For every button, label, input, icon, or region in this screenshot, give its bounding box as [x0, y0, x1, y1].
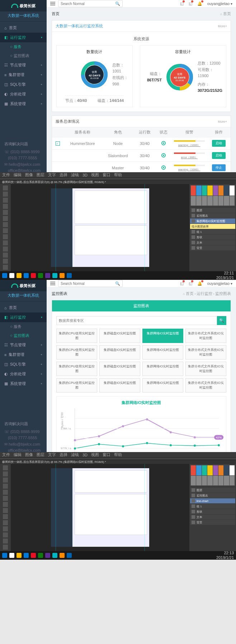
status-icon	[161, 153, 166, 158]
line-chart: Bytes / 秒钟 977K / s3.9M / s12:4501PM42%	[75, 408, 219, 459]
filter-button[interactable]: 集群的CPU使用实时监控图	[56, 345, 97, 359]
action-button[interactable]: 启动	[212, 152, 226, 159]
nav-cluster[interactable]: ≡集群管理+	[0, 70, 47, 80]
card-capacity: 容量统计 磁盘： 86T/75T 使用42 DAYS21:15:32	[140, 45, 226, 107]
filter-button[interactable]: 集群磁盘IO实时监控图	[99, 362, 140, 376]
taskbar[interactable]: 22:112019/1/21	[0, 271, 236, 280]
donut-capacity: 使用42 DAYS21:15:32	[165, 63, 194, 91]
filter-button[interactable]: 集群分布式文件系统IO实时监控图	[185, 345, 226, 359]
ps-layers[interactable]: 图层监控图表 集群网络IO实时监控图 指示图层效果 组 1形状文本背景	[189, 207, 236, 271]
ps-optionbar[interactable]	[0, 178, 236, 180]
filter-button[interactable]: 集群磁盘IO实时监控图	[99, 345, 140, 359]
contact-block: 咨询解决问题 ☏ (010) 8888-9999 (010) 7777-5555…	[0, 137, 47, 178]
filter-button[interactable]: 集群分布式文件系统IO实时监控图	[185, 378, 226, 392]
search-box[interactable]: 🔍	[58, 0, 123, 7]
card-quantity: 数量统计 使用42 DAYS21:15:32 总数：1001 在线的：998	[56, 45, 133, 107]
menu-icon[interactable]	[50, 2, 55, 5]
ps-menubar-2[interactable]: 文件编辑图像图层文字选择滤镜3D视图窗口帮助	[0, 452, 236, 457]
filter-button[interactable]: 集群网络IO实时监控图	[142, 362, 183, 376]
filter-button[interactable]: 集群网络IO实时监控图	[142, 345, 183, 359]
filter-button[interactable]: 集群的CPU使用实时监控图	[56, 362, 97, 376]
nav2-home[interactable]: ⌂首页	[0, 303, 47, 312]
services-header: 服务总体情况	[56, 119, 79, 124]
filter-button[interactable]: 集群网络IO实时监控图	[142, 329, 183, 343]
notify-icon-2[interactable]: ◱	[189, 1, 192, 6]
nav2-system[interactable]: ▦系统管理+	[0, 379, 47, 389]
topbar: 🔍 ◱ ◱ 🔔 ouyangjietao ▾	[47, 0, 236, 8]
nav-node[interactable]: ☷节点管理+	[0, 60, 47, 70]
nav-analysis[interactable]: ◐分析处理+	[0, 89, 47, 99]
page-title: 首页	[52, 11, 60, 17]
more-link[interactable]: More+	[218, 24, 227, 28]
filter-grid: 集群的CPU使用实时监控图集群磁盘IO实时监控图集群网络IO实时监控图集群分布式…	[56, 329, 226, 392]
sidebar-2: 极简长驱 大数据一体机系统 ⌂首页 ◧运行监控▾ ○ 服务 ○ 监控图表 ☷节点…	[0, 280, 47, 452]
chart-search-button[interactable]: 🔍	[217, 316, 226, 325]
brand-subtitle: 大数据一体机系统	[0, 11, 47, 22]
nav2-sql[interactable]: ◫SQL引擎+	[0, 359, 47, 369]
search-icon-2[interactable]: 🔍	[115, 281, 120, 286]
filter-button[interactable]: 集群的CPU使用实时监控图	[56, 378, 97, 392]
logo-icon	[11, 4, 18, 8]
search-input[interactable]	[61, 2, 115, 6]
ps-menubar[interactable]: 文件编辑图像图层文字选择滤镜3D视图窗口帮助	[0, 172, 236, 178]
logo: 极简长驱	[0, 0, 47, 11]
action-button[interactable]: 启动	[212, 140, 226, 147]
nav-sub-service[interactable]: ○ 服务	[0, 42, 47, 51]
nav2-sub-charts[interactable]: ○ 监控图表	[0, 331, 47, 340]
nav2-sub-service[interactable]: ○ 服务	[0, 322, 47, 331]
notify-icon-3[interactable]: 🔔	[197, 1, 202, 6]
table-row: Slalombord30/40 error（999） 启动	[52, 150, 231, 162]
ps-tooltip: 指示图层效果	[190, 224, 235, 229]
ps-panels[interactable]: 图层监控图表 集群网络IO实时监控图 指示图层效果 组 1形状文本背景	[189, 184, 236, 271]
table-row: ✓ HummerStoreNode30/40 warning（1000） 启动	[52, 137, 231, 150]
ps-canvas[interactable]	[11, 184, 189, 271]
breadcrumb-2[interactable]: ⌂ 首页 › 运行监控 › 监控图表	[183, 291, 231, 296]
resources-header: 系统资源	[56, 36, 226, 42]
filter-button[interactable]: 集群磁盘IO实时监控图	[99, 378, 140, 392]
breadcrumb: ⌂ 首页	[220, 11, 231, 17]
search-input-2[interactable]	[61, 282, 115, 286]
ps-tab[interactable]: 极简科技一体机-后台系统界面设计(0) @ 66.7% (集群网络IO实时监控图…	[0, 180, 236, 184]
search-icon[interactable]: 🔍	[115, 1, 120, 6]
menu-icon-2[interactable]	[50, 282, 55, 285]
services-more[interactable]: More+	[218, 120, 227, 123]
status-icon	[161, 141, 166, 145]
checkbox-icon[interactable]: ✓	[56, 141, 60, 146]
notify-icon-1[interactable]: ◱	[180, 1, 184, 6]
action-button[interactable]: 停止	[212, 164, 226, 171]
nav-monitor[interactable]: ◧运行监控▾	[0, 33, 47, 42]
panel-main-title: 大数据一体机运行监控系统	[56, 23, 103, 29]
donut-quantity: 使用42 DAYS21:15:32	[80, 60, 109, 89]
user-menu[interactable]: ouyangjietao ▾	[207, 1, 232, 6]
chart-title: 集群网络IO实时监控图	[60, 400, 222, 405]
status-icon	[161, 165, 166, 170]
nav2-cluster[interactable]: ≡集群管理+	[0, 350, 47, 359]
nav-system[interactable]: ▦系统管理+	[0, 99, 47, 109]
page-title-2: 监控图表	[52, 291, 67, 296]
nav2-monitor[interactable]: ◧运行监控▾	[0, 312, 47, 322]
filter-button[interactable]: 集群网络IO实时监控图	[142, 378, 183, 392]
nav-sub-charts[interactable]: ○ 监控图表	[0, 51, 47, 60]
nav2-node[interactable]: ☷节点管理+	[0, 340, 47, 350]
nav2-analysis[interactable]: ◐分析处理+	[0, 369, 47, 379]
ps-toolbox[interactable]	[0, 184, 11, 271]
nav-home[interactable]: ⌂首页	[0, 23, 47, 33]
filter-button[interactable]: 集群的CPU使用实时监控图	[56, 329, 97, 343]
filter-button[interactable]: 集群分布式文件系统IO实时监控图	[185, 329, 226, 343]
nav-sql[interactable]: ◫SQL引擎+	[0, 80, 47, 89]
filter-button[interactable]: 集群分布式文件系统IO实时监控图	[185, 362, 226, 376]
filter-button[interactable]: 集群磁盘IO实时监控图	[99, 329, 140, 343]
sidebar: 极简长驱 大数据一体机系统 ⌂首页 ◧运行监控▾ ○ 服务 ○ 监控图表 ☷节点…	[0, 0, 47, 172]
chart-search-input[interactable]	[56, 316, 217, 325]
